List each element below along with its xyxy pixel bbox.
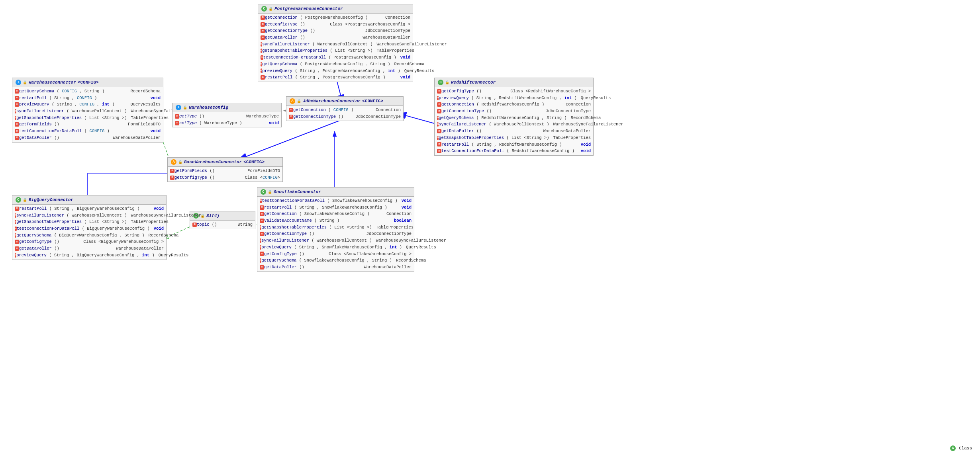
svg-line-9 [398,113,434,123]
return-type: WarehouseSyncFailureListener [372,41,447,47]
method-row: m getConnectionType () JdbcConnectionTyp… [435,108,593,115]
method-row: m getSnapshotTableProperties ( List <Str… [257,224,414,231]
method-row: m getConfigType () Class <PostgresWareho… [258,21,413,28]
m-icon: m [170,169,174,173]
method-text: testConnectionForDataPoll ( PostgresWare… [263,55,396,61]
method-row: m getConfigType () Class <CONFIG> [168,174,282,181]
m-icon: m [261,29,265,33]
method-text: getConfigType () [19,239,79,245]
method-text: getConnection ( PostgresWarehouseConfig … [265,15,381,21]
method-row: m getQuerySchema ( RedshiftWarehouseConf… [435,115,593,121]
m-icon: m [260,265,264,270]
m-icon: m [15,246,19,251]
return-type: void [265,120,279,126]
method-row: m getQuerySchema ( PostgresWarehouseConf… [258,61,413,68]
m-icon: m [15,96,19,100]
class-name: Slf4j [206,213,220,218]
method-text: getSnapshotTableProperties ( List <Strin… [16,219,127,225]
return-type: FormFieldsDTO [243,168,280,174]
method-text: getConnectionType () [293,114,352,120]
return-type: RecordSchema [392,258,426,264]
lock-decorator: 🔒 [178,160,182,164]
return-type: WarehouseDataPoller [109,135,161,141]
method-text: testConnectionForDataPoll ( SnowflakeWar… [262,198,398,204]
class-icon: C [261,189,266,195]
return-type: void [577,148,591,154]
m-icon: m [15,207,19,211]
method-row: m getDataPoller () WarehouseDataPoller [12,135,163,141]
class-name: BigQueryConnector [29,197,73,202]
class-icon: C [261,6,267,12]
class-name: SnowflakeConnector [274,189,321,194]
warehouse-config-methods: m getType () WarehouseType m setType ( W… [172,112,281,127]
return-type: WarehouseDataPoller [359,35,410,41]
method-text: restartPoll ( String , RedshiftWarehouse… [441,142,577,148]
postgres-warehouse-connector-box: C 🔒 PostgresWarehouseConnector m getConn… [258,4,413,82]
m-icon: m [261,22,265,27]
method-text: syncFailureListener ( WarehousePollConte… [16,108,127,114]
m-icon: m [261,16,265,20]
jdbc-warehouse-connector-box: A 🔒 JdbcWarehouseConnector <CONFIG> m ge… [286,96,404,121]
return-type: boolean [390,218,412,224]
method-text: getQuerySchema ( BigQueryWarehouseConfig… [16,232,144,238]
m-icon: m [261,55,263,60]
method-row: m getConnectionType () JdbcConnectionTyp… [257,230,414,237]
method-row: m getConnection ( SnowflakeWarehouseConf… [257,211,414,217]
method-row: m getConfigType () Class <BigQueryWareho… [12,238,166,245]
method-text: previewQuery ( String , PostgresWarehous… [262,68,400,74]
method-row: m previewQuery ( String , RedshiftWareho… [435,95,593,102]
method-row: m getFormFields () FormFieldsDTO [12,121,163,128]
method-text: getType () [179,113,242,119]
class-name: BaseWarehouseConnector [184,160,242,164]
return-type: QueryResults [402,244,436,250]
method-row: m getQuerySchema ( CONFIG , String ) Rec… [12,88,163,95]
warehouse-connector-box: I 🔒 WarehouseConnector <CONFIG> m getQue… [12,78,163,143]
return-type: QueryResults [400,68,435,74]
lock-decorator: 🔒 [183,105,187,110]
method-row: m getConnectionType () JdbcConnectionTyp… [258,27,413,34]
bigquery-methods: m restartPoll ( String , BigQueryWarehou… [12,205,166,260]
m-icon: m [437,102,441,107]
method-text: getSnapshotTableProperties ( List <Strin… [439,135,549,141]
method-text: getSnapshotTableProperties ( List <Strin… [16,115,127,121]
postgres-methods: m getConnection ( PostgresWarehouseConfi… [258,14,413,82]
return-type: RecordSchema [390,61,425,67]
method-text: getSnapshotTableProperties ( List <Strin… [261,225,372,230]
method-row: m getSnapshotTableProperties ( List <Str… [12,115,163,121]
return-type: void [150,226,164,232]
m-icon: m [15,102,19,107]
generic-param: <CONFIG> [362,99,383,104]
class-name: WarehouseConnector [29,80,76,85]
method-row: m restartPoll ( String , BigQueryWarehou… [12,205,166,212]
interface-icon: I [176,105,181,110]
diagram-container: C 🔒 PostgresWarehouseConnector m getConn… [0,0,980,457]
method-row: m setType ( WarehouseType ) void [172,120,281,127]
method-text: syncFailureListener ( WarehousePollConte… [261,238,372,244]
return-type: WarehouseDataPoller [112,246,164,252]
redshift-methods: m getConfigType () Class <RedshiftWareho… [435,87,593,155]
method-text: getDataPoller () [19,246,112,252]
method-row: m getSnapshotTableProperties ( List <Str… [12,219,166,225]
return-type: TableProperties [372,225,414,230]
return-type: void [398,205,412,211]
m-icon: m [175,121,179,125]
method-row: m syncFailureListener ( WarehousePollCon… [258,41,413,48]
method-text: previewQuery ( String , CONFIG , int ) [19,102,126,107]
return-type: void [150,206,164,212]
lock-decorator: 🔒 [297,99,301,104]
legend-class-label: Class [959,446,972,451]
return-type: QueryResults [155,252,189,258]
base-warehouse-connector-box: A 🔒 BaseWarehouseConnector <CONFIG> m ge… [167,157,283,182]
return-type: WarehouseType [242,113,279,119]
method-text: restartPoll ( String , SnowflakeWarehous… [264,205,398,211]
return-type: TableProperties [127,219,169,225]
base-methods: m getFormFields () FormFieldsDTO m getCo… [168,167,282,182]
lock-decorator: 🔒 [445,80,449,85]
return-type: void [398,198,412,204]
warehouse-config-box: I 🔒 WarehouseConfig m getType () Warehou… [172,103,282,127]
method-text: syncFailureListener ( WarehousePollConte… [16,213,127,219]
method-text: getDataPoller () [19,135,109,141]
method-row: m restartPoll ( String , CONFIG ) void [12,95,163,102]
method-row: m previewQuery ( String , SnowflakeWareh… [257,244,414,251]
return-type: WarehouseDataPoller [539,128,591,134]
